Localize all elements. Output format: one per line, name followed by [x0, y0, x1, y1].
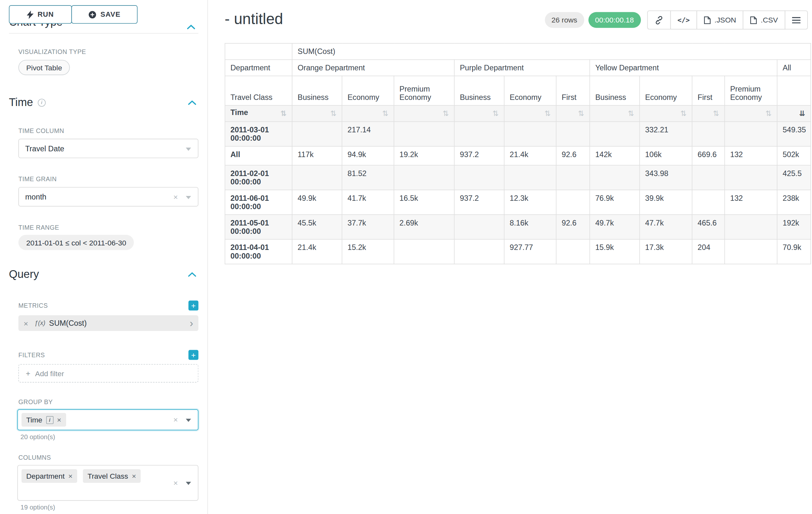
- columns-label: COLUMNS: [18, 454, 198, 461]
- pivot-value-cell: 142k: [589, 146, 639, 165]
- pivot-value-cell: 465.6: [692, 215, 724, 239]
- sort-icon[interactable]: ⇅: [713, 108, 719, 119]
- metric-chip-sum-cost[interactable]: × ƒ(x) SUM(Cost) ›: [18, 315, 198, 331]
- code-icon: </>: [677, 16, 690, 24]
- sort-icon[interactable]: ⇅: [281, 108, 287, 119]
- clear-all-icon[interactable]: ×: [173, 416, 178, 424]
- time-column-value: Travel Date: [25, 144, 64, 153]
- sort-icon[interactable]: ⇅: [330, 108, 336, 119]
- columns-chip-travel-class[interactable]: Travel Class ×: [83, 469, 141, 483]
- time-section-heading: Time: [9, 95, 33, 110]
- columns-chip-department[interactable]: Department ×: [22, 469, 77, 483]
- hamburger-icon: [792, 17, 801, 23]
- save-button[interactable]: SAVE: [71, 5, 137, 23]
- time-column-label: TIME COLUMN: [18, 127, 198, 135]
- pivot-column-sort-header[interactable]: ⇅: [589, 105, 639, 122]
- sort-icon[interactable]: ⇅: [443, 108, 449, 119]
- pivot-column-sort-header[interactable]: ⇅: [292, 105, 342, 122]
- visualization-type-label: VISUALIZATION TYPE: [18, 48, 198, 56]
- time-range-chip[interactable]: 2011-01-01 ≤ col < 2011-06-30: [18, 235, 134, 250]
- add-metric-button[interactable]: +: [188, 301, 198, 310]
- pivot-column-sort-header[interactable]: ⇅: [725, 105, 777, 122]
- pivot-travel-class-header: Business: [589, 76, 639, 105]
- sort-icon[interactable]: ⇅: [680, 108, 687, 119]
- pivot-value-cell: 15.9k: [589, 239, 639, 264]
- pivot-value-cell: 21.4k: [292, 239, 342, 264]
- add-filter-button[interactable]: + Add filter: [18, 364, 198, 382]
- add-filter-plus-button[interactable]: +: [188, 350, 198, 360]
- sort-icon[interactable]: ⇅: [493, 108, 499, 119]
- time-column-select[interactable]: Travel Date: [18, 139, 198, 158]
- metric-chip-label: SUM(Cost): [49, 319, 190, 327]
- pivot-row-label: All: [225, 146, 292, 165]
- sort-icon[interactable]: ⇅: [382, 108, 388, 119]
- time-grain-select[interactable]: month ×: [18, 187, 198, 207]
- pivot-column-sort-header[interactable]: ⇅: [342, 105, 394, 122]
- pivot-value-cell: 343.98: [640, 165, 692, 190]
- copy-link-button[interactable]: [647, 10, 671, 30]
- sort-desc-icon[interactable]: ⇊: [799, 108, 805, 119]
- group-by-label: GROUP BY: [18, 398, 198, 406]
- pivot-column-sort-header[interactable]: ⇅: [504, 105, 556, 122]
- pivot-value-cell: 8.16k: [504, 215, 556, 239]
- pivot-time-sort-header[interactable]: Time⇅: [225, 105, 292, 122]
- run-button[interactable]: RUN: [9, 5, 72, 23]
- query-collapse-button[interactable]: [188, 272, 196, 277]
- clear-icon[interactable]: ×: [173, 193, 178, 201]
- pivot-column-sort-header[interactable]: ⇅: [640, 105, 692, 122]
- visualization-type-chip[interactable]: Pivot Table: [18, 60, 70, 75]
- menu-button[interactable]: [785, 10, 808, 30]
- pivot-value-cell: 37.7k: [342, 215, 394, 239]
- group-by-select[interactable]: Time i × ×: [17, 409, 198, 430]
- sort-icon[interactable]: ⇅: [765, 108, 772, 119]
- pivot-value-cell: 132: [725, 190, 777, 215]
- pivot-value-cell: [589, 165, 639, 190]
- export-csv-button[interactable]: .CSV: [743, 10, 785, 30]
- sort-icon[interactable]: ⇅: [578, 108, 584, 119]
- time-collapse-button[interactable]: [188, 100, 196, 105]
- pivot-value-cell: 192k: [777, 215, 811, 239]
- sort-icon[interactable]: ⇅: [628, 108, 634, 119]
- divider: [9, 33, 198, 34]
- pivot-travel-class-header: Premium Economy: [725, 76, 777, 105]
- chart-title[interactable]: - untitled: [225, 10, 283, 28]
- pivot-column-sort-header[interactable]: ⇅: [455, 105, 504, 122]
- pivot-value-cell: 549.35: [777, 122, 811, 146]
- chart-type-section-clipped: Chart Type: [9, 24, 198, 30]
- info-icon[interactable]: i: [46, 416, 53, 424]
- embed-code-button[interactable]: </>: [670, 10, 697, 30]
- pivot-all-sort-header[interactable]: ⇊: [777, 105, 811, 122]
- chevron-right-icon[interactable]: ›: [190, 318, 193, 328]
- remove-chip-icon[interactable]: ×: [132, 472, 136, 480]
- group-by-chip-time[interactable]: Time i ×: [22, 413, 66, 427]
- bolt-icon: [27, 10, 34, 19]
- pivot-column-sort-header[interactable]: ⇅: [394, 105, 454, 122]
- columns-select[interactable]: Department × Travel Class × ×: [17, 465, 198, 501]
- pivot-row-label: 2011-02-01 00:00:00: [225, 165, 292, 190]
- clear-all-icon[interactable]: ×: [173, 479, 178, 487]
- export-button-group: </> .JSON .CSV: [647, 10, 808, 30]
- pivot-department-header: Purple Department: [455, 60, 590, 76]
- pivot-row-label: 2011-03-01 00:00:00: [225, 122, 292, 146]
- pivot-value-cell: 332.21: [640, 122, 692, 146]
- collapse-chevron-icon[interactable]: [187, 25, 195, 30]
- caret-down-icon: [186, 482, 191, 485]
- pivot-travel-class-label: Travel Class: [225, 76, 292, 105]
- export-json-button[interactable]: .JSON: [696, 10, 743, 30]
- pivot-value-cell: [556, 122, 590, 146]
- pivot-row: 2011-06-01 00:00:0049.9k41.7k16.5k937.21…: [225, 190, 811, 215]
- pivot-column-sort-header[interactable]: ⇅: [556, 105, 590, 122]
- pivot-value-cell: 204: [692, 239, 724, 264]
- pivot-department-label: Department: [225, 60, 292, 76]
- pivot-value-cell: [692, 165, 724, 190]
- pivot-value-cell: 81.52: [342, 165, 394, 190]
- pivot-value-cell: 217.14: [342, 122, 394, 146]
- remove-chip-icon[interactable]: ×: [57, 416, 61, 424]
- pivot-column-sort-header[interactable]: ⇅: [692, 105, 724, 122]
- sort-icon[interactable]: ⇅: [544, 108, 550, 119]
- query-section-header: Query: [9, 267, 198, 282]
- remove-metric-icon[interactable]: ×: [24, 319, 28, 328]
- time-section-header: Time i: [9, 95, 198, 110]
- pivot-value-cell: 92.6: [556, 146, 590, 165]
- remove-chip-icon[interactable]: ×: [68, 472, 72, 480]
